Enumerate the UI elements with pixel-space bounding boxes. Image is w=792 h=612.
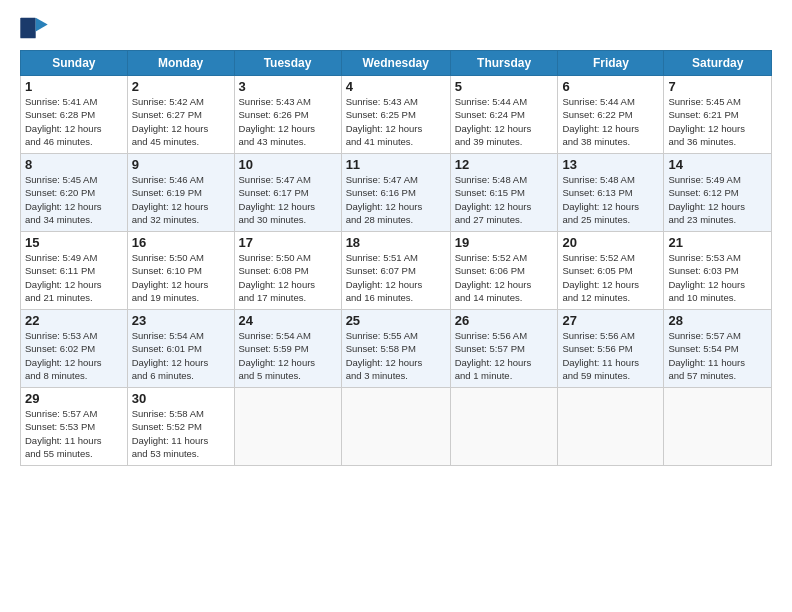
calendar-cell: 30Sunrise: 5:58 AM Sunset: 5:52 PM Dayli… [127, 388, 234, 466]
calendar-cell: 27Sunrise: 5:56 AM Sunset: 5:56 PM Dayli… [558, 310, 664, 388]
day-number: 14 [668, 157, 767, 172]
day-info: Sunrise: 5:47 AM Sunset: 6:17 PM Dayligh… [239, 173, 337, 226]
day-number: 6 [562, 79, 659, 94]
day-number: 15 [25, 235, 123, 250]
calendar-cell: 29Sunrise: 5:57 AM Sunset: 5:53 PM Dayli… [21, 388, 128, 466]
logo [20, 16, 52, 40]
day-info: Sunrise: 5:57 AM Sunset: 5:53 PM Dayligh… [25, 407, 123, 460]
calendar-cell: 13Sunrise: 5:48 AM Sunset: 6:13 PM Dayli… [558, 154, 664, 232]
svg-marker-1 [36, 18, 48, 32]
day-info: Sunrise: 5:44 AM Sunset: 6:22 PM Dayligh… [562, 95, 659, 148]
day-info: Sunrise: 5:52 AM Sunset: 6:06 PM Dayligh… [455, 251, 554, 304]
calendar-cell: 6Sunrise: 5:44 AM Sunset: 6:22 PM Daylig… [558, 76, 664, 154]
day-info: Sunrise: 5:56 AM Sunset: 5:56 PM Dayligh… [562, 329, 659, 382]
day-info: Sunrise: 5:45 AM Sunset: 6:20 PM Dayligh… [25, 173, 123, 226]
calendar-cell: 23Sunrise: 5:54 AM Sunset: 6:01 PM Dayli… [127, 310, 234, 388]
day-number: 21 [668, 235, 767, 250]
day-info: Sunrise: 5:53 AM Sunset: 6:03 PM Dayligh… [668, 251, 767, 304]
weekday-header-row: SundayMondayTuesdayWednesdayThursdayFrid… [21, 51, 772, 76]
calendar-cell: 9Sunrise: 5:46 AM Sunset: 6:19 PM Daylig… [127, 154, 234, 232]
day-info: Sunrise: 5:50 AM Sunset: 6:08 PM Dayligh… [239, 251, 337, 304]
calendar-week-row: 1Sunrise: 5:41 AM Sunset: 6:28 PM Daylig… [21, 76, 772, 154]
day-info: Sunrise: 5:50 AM Sunset: 6:10 PM Dayligh… [132, 251, 230, 304]
day-info: Sunrise: 5:52 AM Sunset: 6:05 PM Dayligh… [562, 251, 659, 304]
day-number: 1 [25, 79, 123, 94]
calendar-cell: 26Sunrise: 5:56 AM Sunset: 5:57 PM Dayli… [450, 310, 558, 388]
day-number: 2 [132, 79, 230, 94]
day-info: Sunrise: 5:48 AM Sunset: 6:13 PM Dayligh… [562, 173, 659, 226]
calendar-cell: 28Sunrise: 5:57 AM Sunset: 5:54 PM Dayli… [664, 310, 772, 388]
day-info: Sunrise: 5:49 AM Sunset: 6:12 PM Dayligh… [668, 173, 767, 226]
day-info: Sunrise: 5:51 AM Sunset: 6:07 PM Dayligh… [346, 251, 446, 304]
calendar-cell: 19Sunrise: 5:52 AM Sunset: 6:06 PM Dayli… [450, 232, 558, 310]
calendar-cell: 8Sunrise: 5:45 AM Sunset: 6:20 PM Daylig… [21, 154, 128, 232]
day-number: 17 [239, 235, 337, 250]
weekday-header-tuesday: Tuesday [234, 51, 341, 76]
day-number: 26 [455, 313, 554, 328]
calendar-cell: 5Sunrise: 5:44 AM Sunset: 6:24 PM Daylig… [450, 76, 558, 154]
day-number: 5 [455, 79, 554, 94]
calendar-week-row: 29Sunrise: 5:57 AM Sunset: 5:53 PM Dayli… [21, 388, 772, 466]
day-info: Sunrise: 5:56 AM Sunset: 5:57 PM Dayligh… [455, 329, 554, 382]
day-number: 23 [132, 313, 230, 328]
weekday-header-wednesday: Wednesday [341, 51, 450, 76]
weekday-header-thursday: Thursday [450, 51, 558, 76]
calendar-cell: 2Sunrise: 5:42 AM Sunset: 6:27 PM Daylig… [127, 76, 234, 154]
day-info: Sunrise: 5:55 AM Sunset: 5:58 PM Dayligh… [346, 329, 446, 382]
calendar-cell: 21Sunrise: 5:53 AM Sunset: 6:03 PM Dayli… [664, 232, 772, 310]
day-number: 19 [455, 235, 554, 250]
header [20, 16, 772, 40]
calendar-cell: 17Sunrise: 5:50 AM Sunset: 6:08 PM Dayli… [234, 232, 341, 310]
day-number: 22 [25, 313, 123, 328]
day-info: Sunrise: 5:54 AM Sunset: 6:01 PM Dayligh… [132, 329, 230, 382]
page: SundayMondayTuesdayWednesdayThursdayFrid… [0, 0, 792, 612]
calendar-cell [450, 388, 558, 466]
day-info: Sunrise: 5:43 AM Sunset: 6:26 PM Dayligh… [239, 95, 337, 148]
day-number: 10 [239, 157, 337, 172]
calendar-cell: 20Sunrise: 5:52 AM Sunset: 6:05 PM Dayli… [558, 232, 664, 310]
day-number: 30 [132, 391, 230, 406]
day-number: 16 [132, 235, 230, 250]
day-info: Sunrise: 5:42 AM Sunset: 6:27 PM Dayligh… [132, 95, 230, 148]
calendar-cell: 24Sunrise: 5:54 AM Sunset: 5:59 PM Dayli… [234, 310, 341, 388]
day-number: 13 [562, 157, 659, 172]
day-number: 9 [132, 157, 230, 172]
calendar-cell: 15Sunrise: 5:49 AM Sunset: 6:11 PM Dayli… [21, 232, 128, 310]
calendar-cell: 11Sunrise: 5:47 AM Sunset: 6:16 PM Dayli… [341, 154, 450, 232]
day-number: 29 [25, 391, 123, 406]
calendar-cell: 1Sunrise: 5:41 AM Sunset: 6:28 PM Daylig… [21, 76, 128, 154]
weekday-header-friday: Friday [558, 51, 664, 76]
weekday-header-sunday: Sunday [21, 51, 128, 76]
day-number: 11 [346, 157, 446, 172]
calendar-cell: 18Sunrise: 5:51 AM Sunset: 6:07 PM Dayli… [341, 232, 450, 310]
day-info: Sunrise: 5:54 AM Sunset: 5:59 PM Dayligh… [239, 329, 337, 382]
day-number: 12 [455, 157, 554, 172]
day-info: Sunrise: 5:43 AM Sunset: 6:25 PM Dayligh… [346, 95, 446, 148]
weekday-header-monday: Monday [127, 51, 234, 76]
calendar-cell: 3Sunrise: 5:43 AM Sunset: 6:26 PM Daylig… [234, 76, 341, 154]
logo-icon [20, 16, 48, 40]
calendar-week-row: 8Sunrise: 5:45 AM Sunset: 6:20 PM Daylig… [21, 154, 772, 232]
calendar-cell [664, 388, 772, 466]
svg-rect-0 [20, 18, 35, 39]
calendar-cell [341, 388, 450, 466]
calendar-cell: 14Sunrise: 5:49 AM Sunset: 6:12 PM Dayli… [664, 154, 772, 232]
calendar-cell [234, 388, 341, 466]
calendar-cell: 4Sunrise: 5:43 AM Sunset: 6:25 PM Daylig… [341, 76, 450, 154]
day-info: Sunrise: 5:48 AM Sunset: 6:15 PM Dayligh… [455, 173, 554, 226]
day-info: Sunrise: 5:41 AM Sunset: 6:28 PM Dayligh… [25, 95, 123, 148]
day-number: 3 [239, 79, 337, 94]
calendar-cell: 7Sunrise: 5:45 AM Sunset: 6:21 PM Daylig… [664, 76, 772, 154]
calendar-week-row: 22Sunrise: 5:53 AM Sunset: 6:02 PM Dayli… [21, 310, 772, 388]
day-number: 8 [25, 157, 123, 172]
day-info: Sunrise: 5:45 AM Sunset: 6:21 PM Dayligh… [668, 95, 767, 148]
day-number: 18 [346, 235, 446, 250]
calendar-cell: 25Sunrise: 5:55 AM Sunset: 5:58 PM Dayli… [341, 310, 450, 388]
day-number: 20 [562, 235, 659, 250]
calendar-cell: 12Sunrise: 5:48 AM Sunset: 6:15 PM Dayli… [450, 154, 558, 232]
day-info: Sunrise: 5:53 AM Sunset: 6:02 PM Dayligh… [25, 329, 123, 382]
day-number: 7 [668, 79, 767, 94]
day-number: 24 [239, 313, 337, 328]
calendar-cell: 10Sunrise: 5:47 AM Sunset: 6:17 PM Dayli… [234, 154, 341, 232]
day-number: 28 [668, 313, 767, 328]
